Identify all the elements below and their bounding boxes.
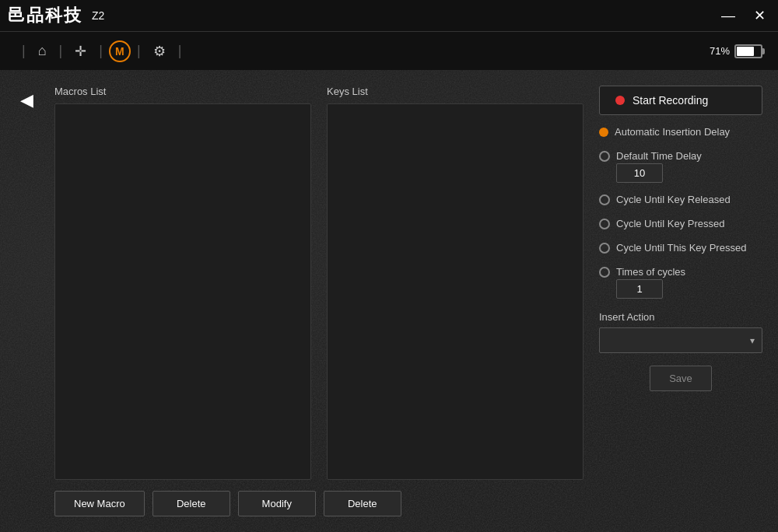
battery-area: 71% bbox=[710, 44, 762, 58]
times-radio bbox=[599, 267, 610, 278]
nav-home-button[interactable]: ⌂ bbox=[32, 38, 53, 64]
times-of-cycles-section: Times of cycles bbox=[599, 264, 762, 299]
cycle-this-key-row[interactable]: Cycle Until This Key Pressed bbox=[599, 240, 762, 255]
lists-row: Macros List Keys List bbox=[54, 86, 584, 480]
logo-text: 邑品科技 bbox=[8, 4, 82, 27]
cycle-key-pressed-radio bbox=[599, 219, 610, 229]
lists-section: Macros List Keys List New Macro Delete M… bbox=[54, 86, 584, 516]
start-recording-label: Start Recording bbox=[633, 94, 708, 107]
default-time-row[interactable]: Default Time Delay bbox=[599, 149, 762, 163]
new-macro-button[interactable]: New Macro bbox=[54, 491, 145, 516]
insert-action-label: Insert Action bbox=[599, 311, 762, 323]
save-button[interactable]: Save bbox=[650, 366, 712, 391]
nav-sep-1: | bbox=[22, 43, 26, 59]
default-time-input[interactable] bbox=[616, 163, 663, 183]
close-button[interactable]: ✕ bbox=[749, 7, 770, 24]
times-input[interactable] bbox=[616, 279, 663, 299]
cycle-this-key-label: Cycle Until This Key Pressed bbox=[616, 242, 746, 254]
right-panel: Start Recording Automatic Insertion Dela… bbox=[599, 86, 762, 516]
insert-action-section: Insert Action ▾ bbox=[599, 308, 762, 353]
keys-list-panel: Keys List bbox=[327, 86, 584, 480]
cycle-key-released-label: Cycle Until Key Released bbox=[616, 194, 731, 205]
record-dot bbox=[615, 96, 625, 105]
cycle-key-pressed-label: Cycle Until Key Pressed bbox=[616, 218, 724, 229]
times-of-cycles-row[interactable]: Times of cycles bbox=[599, 264, 762, 279]
macros-list-panel: Macros List bbox=[54, 86, 311, 480]
cycle-key-released-radio bbox=[599, 194, 610, 205]
titlebar-left: 邑品科技 Z2 bbox=[8, 4, 104, 27]
delete-macro-button[interactable]: Delete bbox=[152, 491, 230, 516]
modify-button[interactable]: Modify bbox=[238, 491, 316, 516]
minimize-button[interactable]: — bbox=[717, 7, 740, 24]
insert-action-dropdown-container: ▾ bbox=[599, 327, 762, 353]
back-button[interactable]: ◀ bbox=[16, 86, 38, 115]
default-time-label: Default Time Delay bbox=[616, 150, 702, 162]
macros-list-box bbox=[54, 103, 311, 480]
titlebar-right: — ✕ bbox=[717, 7, 770, 24]
macros-list-label: Macros List bbox=[54, 86, 311, 97]
nav-sep-4: | bbox=[137, 43, 141, 59]
nav-crosshair-button[interactable]: ✛ bbox=[68, 38, 93, 65]
cycle-this-key-radio bbox=[599, 243, 610, 254]
nav-settings-button[interactable]: ⚙ bbox=[147, 38, 172, 65]
save-section: Save bbox=[599, 366, 762, 391]
nav-sep-2: | bbox=[59, 43, 63, 59]
insert-action-select[interactable] bbox=[599, 327, 762, 353]
start-recording-button[interactable]: Start Recording bbox=[599, 86, 762, 115]
cycle-key-released-row[interactable]: Cycle Until Key Released bbox=[599, 192, 762, 207]
keys-list-box bbox=[327, 103, 584, 480]
battery-icon bbox=[734, 44, 762, 58]
model-label: Z2 bbox=[92, 9, 104, 22]
default-time-section: Default Time Delay bbox=[599, 149, 762, 183]
cycle-key-pressed-row[interactable]: Cycle Until Key Pressed bbox=[599, 216, 762, 231]
titlebar: 邑品科技 Z2 — ✕ bbox=[0, 0, 778, 31]
delete-keys-button[interactable]: Delete bbox=[324, 491, 401, 516]
nav-sep-5: | bbox=[178, 43, 182, 59]
auto-insertion-dot bbox=[599, 128, 608, 137]
battery-percent: 71% bbox=[710, 45, 730, 57]
navbar: | ⌂ | ✛ | M | ⚙ | 71% bbox=[0, 31, 778, 70]
battery-fill bbox=[737, 47, 754, 56]
default-time-radio bbox=[599, 151, 610, 162]
auto-insertion-row[interactable]: Automatic Insertion Delay bbox=[599, 124, 762, 139]
nav-macro-button[interactable]: M bbox=[109, 40, 131, 62]
buttons-row: New Macro Delete Modify Delete bbox=[54, 491, 584, 516]
keys-list-label: Keys List bbox=[327, 86, 584, 97]
auto-insertion-label: Automatic Insertion Delay bbox=[615, 126, 730, 138]
nav-sep-3: | bbox=[99, 43, 103, 59]
times-of-cycles-label: Times of cycles bbox=[616, 266, 685, 278]
